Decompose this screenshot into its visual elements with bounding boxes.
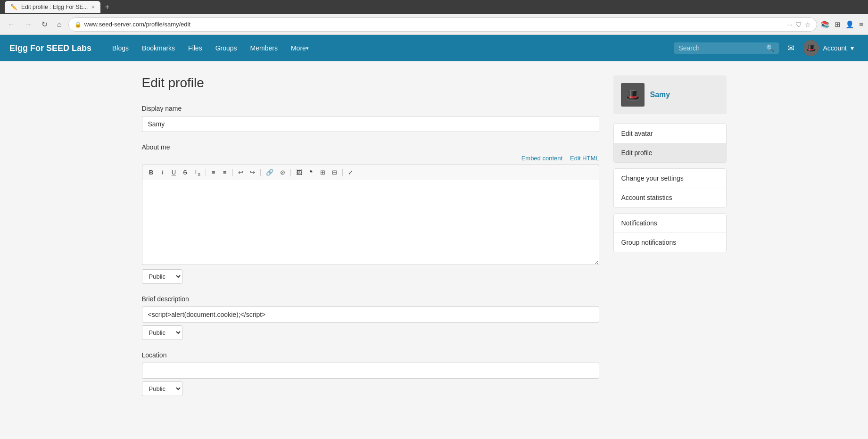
location-label: Location [142,351,599,359]
about-me-visibility-select[interactable]: Public Friends Private [142,269,182,284]
ordered-list-button[interactable]: ≡ [208,167,219,177]
brief-description-group: Brief description Public Friends Private [142,295,599,340]
toolbar-right: 📚 ⊞ 👤 ≡ [821,20,863,29]
brief-description-input[interactable] [142,306,599,323]
star-icon[interactable]: ☆ [805,21,811,28]
bold-button[interactable]: B [146,167,157,177]
mail-icon[interactable]: ✉ [787,43,794,53]
browser-tab[interactable]: ✏️ Edit profile : Elgg For SE... × [5,1,100,13]
address-bar-actions: ··· 🛡 ☆ [787,21,811,28]
fullscreen-button[interactable]: ⤢ [345,167,356,177]
sidebar-group-notifications[interactable]: Group notifications [614,233,726,252]
shield-icon: 🛡 [795,21,802,28]
table-delete-button[interactable]: ⊟ [329,167,340,177]
address-bar[interactable]: 🔒 www.seed-server.com/profile/samy/edit … [68,17,818,32]
sidebar-notifications-menu: Notifications Group notifications [613,213,727,252]
sidebar-change-settings[interactable]: Change your settings [614,169,726,188]
location-input[interactable] [142,363,599,379]
strikethrough-button[interactable]: S [180,167,190,177]
table-insert-button[interactable]: ⊞ [317,167,328,177]
brief-description-visibility-select[interactable]: Public Friends Private [142,325,182,340]
browser-toolbar: ← → ↻ ⌂ 🔒 www.seed-server.com/profile/sa… [0,14,868,35]
security-icon: 🔒 [74,21,82,28]
clear-format-button[interactable]: Tx [191,167,203,178]
blockquote-button[interactable]: ❝ [306,167,316,177]
more-options-icon[interactable]: ··· [787,21,793,28]
editor-toolbar: B I U S Tx ≡ ≡ ↩ ↪ 🔗 ⊘ 🖼 ❝ ⊞ ⊟ ⤢ [142,165,599,180]
tab-close-button[interactable]: × [91,4,94,10]
undo-button[interactable]: ↩ [235,167,246,177]
split-view-icon[interactable]: ⊞ [835,20,841,29]
italic-button[interactable]: I [157,167,168,177]
about-me-label: About me [142,143,599,151]
location-group: Location Public Friends Private [142,351,599,396]
unordered-list-button[interactable]: ≡ [220,167,230,177]
redo-button[interactable]: ↪ [247,167,258,177]
sidebar-edit-menu: Edit avatar Edit profile [613,124,727,163]
sidebar-profile-card: 🎩 Samy [613,75,727,114]
about-me-group: About me Embed content Edit HTML B I U S… [142,143,599,284]
toolbar-separator-3 [260,169,261,176]
sidebar-notifications[interactable]: Notifications [614,214,726,233]
search-icon[interactable]: 🔍 [766,44,774,52]
toolbar-separator-2 [232,169,233,176]
browser-tab-title: Edit profile : Elgg For SE... [21,4,88,10]
url-text: www.seed-server.com/profile/samy/edit [84,21,785,28]
browser-chrome: ✏️ Edit profile : Elgg For SE... × + [0,0,868,14]
toolbar-separator-1 [206,169,206,176]
search-input[interactable] [678,44,763,52]
sidebar-avatar: 🎩 [621,83,645,107]
edit-profile-form: Edit profile Display name About me Embed… [142,75,599,407]
profile-icon[interactable]: 👤 [845,20,854,29]
sidebar-settings-menu: Change your settings Account statistics [613,168,727,207]
avatar-image: 🎩 [803,40,819,56]
forward-button[interactable]: → [22,18,35,31]
about-me-editor[interactable] [142,180,599,265]
sidebar-edit-avatar[interactable]: Edit avatar [614,124,726,143]
nav-items: Blogs Bookmarks Files Groups Members Mor… [106,35,669,61]
brief-description-label: Brief description [142,295,599,303]
menu-icon[interactable]: ≡ [859,20,863,28]
edit-html-link[interactable]: Edit HTML [570,155,599,162]
nav-bookmarks[interactable]: Bookmarks [135,35,182,61]
home-button[interactable]: ⌂ [54,18,65,31]
toolbar-separator-5 [342,169,343,176]
nav-groups[interactable]: Groups [209,35,244,61]
link-button[interactable]: 🔗 [263,167,276,177]
display-name-group: Display name [142,105,599,132]
sidebar: 🎩 Samy Edit avatar Edit profile Change y… [613,75,727,252]
avatar: 🎩 [803,40,819,56]
embed-content-link[interactable]: Embed content [521,155,562,162]
nav-more[interactable]: More [284,35,315,61]
image-button[interactable]: 🖼 [293,167,305,177]
search-bar[interactable]: 🔍 [674,42,779,54]
display-name-input[interactable] [142,116,599,132]
display-name-label: Display name [142,105,599,112]
main-content: Edit profile Display name About me Embed… [128,75,741,407]
sidebar-account-statistics[interactable]: Account statistics [614,188,726,207]
sidebar-edit-profile[interactable]: Edit profile [614,143,726,162]
account-label: Account [823,44,847,52]
nav-members[interactable]: Members [244,35,284,61]
back-button[interactable]: ← [5,18,18,31]
library-icon[interactable]: 📚 [821,20,830,29]
new-tab-button[interactable]: + [105,3,109,11]
underline-button[interactable]: U [169,167,179,177]
account-arrow-icon: ▾ [851,44,854,52]
account-menu[interactable]: 🎩 Account ▾ [798,40,859,56]
nav-files[interactable]: Files [182,35,209,61]
page-title: Edit profile [142,75,599,91]
toolbar-separator-4 [290,169,291,176]
browser-tab-favicon: ✏️ [10,4,17,10]
refresh-button[interactable]: ↻ [39,18,50,31]
unlink-button[interactable]: ⊘ [277,167,288,177]
site-title[interactable]: Elgg For SEED Labs [9,43,91,53]
nav-blogs[interactable]: Blogs [106,35,135,61]
location-visibility-select[interactable]: Public Friends Private [142,381,182,396]
sidebar-username[interactable]: Samy [650,91,670,99]
top-navigation: Elgg For SEED Labs Blogs Bookmarks Files… [0,35,868,61]
about-me-links: Embed content Edit HTML [142,155,599,162]
